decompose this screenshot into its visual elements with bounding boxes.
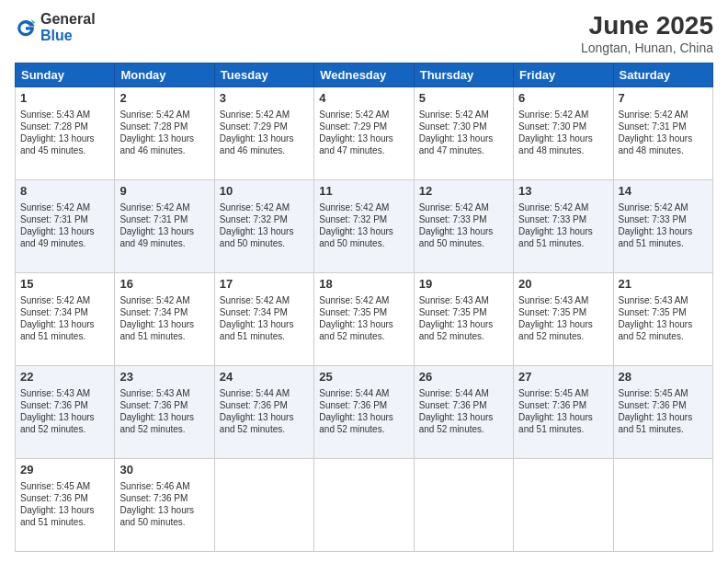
col-wednesday: Wednesday [314, 63, 414, 87]
sunrise: Sunrise: 5:42 AM [319, 109, 389, 120]
logo: General Blue [15, 11, 96, 43]
sunrise: Sunrise: 5:45 AM [518, 388, 588, 398]
daylight: Daylight: 13 hours and 47 minutes. [319, 133, 393, 155]
sunrise: Sunrise: 5:43 AM [619, 295, 688, 305]
calendar-table: Sunday Monday Tuesday Wednesday Thursday… [15, 63, 713, 552]
calendar-week-row: 8Sunrise: 5:42 AMSunset: 7:31 PMDaylight… [16, 180, 713, 273]
sunrise: Sunrise: 5:42 AM [319, 202, 389, 213]
table-row: 12Sunrise: 5:42 AMSunset: 7:33 PMDayligh… [414, 180, 513, 273]
table-row: 19Sunrise: 5:43 AMSunset: 7:35 PMDayligh… [414, 273, 513, 366]
sunrise: Sunrise: 5:45 AM [619, 388, 688, 398]
sunset: Sunset: 7:35 PM [619, 307, 687, 317]
daylight: Daylight: 13 hours and 51 minutes. [119, 319, 194, 341]
table-row: 8Sunrise: 5:42 AMSunset: 7:31 PMDaylight… [16, 180, 115, 273]
sunrise: Sunrise: 5:42 AM [119, 109, 189, 120]
sunset: Sunset: 7:36 PM [619, 400, 687, 410]
col-thursday: Thursday [414, 63, 513, 87]
sunset: Sunset: 7:30 PM [419, 121, 487, 132]
table-row: 1Sunrise: 5:43 AMSunset: 7:28 PMDaylight… [16, 87, 115, 180]
general-blue-icon [15, 17, 37, 39]
daylight: Daylight: 13 hours and 50 minutes. [319, 226, 393, 248]
table-row: 5Sunrise: 5:42 AMSunset: 7:30 PMDaylight… [414, 87, 513, 180]
day-number: 6 [518, 91, 608, 107]
sunset: Sunset: 7:36 PM [419, 400, 487, 410]
daylight: Daylight: 13 hours and 45 minutes. [20, 133, 95, 155]
day-number: 27 [518, 370, 608, 385]
day-number: 12 [419, 184, 508, 200]
sunrise: Sunrise: 5:43 AM [119, 388, 189, 398]
calendar-week-row: 29Sunrise: 5:45 AMSunset: 7:36 PMDayligh… [16, 459, 713, 552]
day-number: 25 [319, 370, 408, 385]
sunset: Sunset: 7:29 PM [220, 121, 288, 132]
daylight: Daylight: 13 hours and 49 minutes. [119, 226, 194, 248]
daylight: Daylight: 13 hours and 52 minutes. [619, 319, 693, 341]
table-row [613, 459, 712, 552]
col-sunday: Sunday [16, 63, 115, 87]
sunrise: Sunrise: 5:43 AM [419, 295, 489, 305]
calendar-week-row: 15Sunrise: 5:42 AMSunset: 7:34 PMDayligh… [16, 273, 713, 366]
day-number: 11 [319, 184, 408, 200]
calendar-title: June 2025 [581, 11, 713, 40]
sunrise: Sunrise: 5:42 AM [119, 202, 189, 213]
sunset: Sunset: 7:28 PM [20, 121, 88, 132]
daylight: Daylight: 13 hours and 47 minutes. [419, 133, 494, 155]
day-number: 2 [119, 91, 209, 107]
table-row: 10Sunrise: 5:42 AMSunset: 7:32 PMDayligh… [214, 180, 313, 273]
sunrise: Sunrise: 5:42 AM [419, 109, 489, 120]
day-number: 23 [119, 370, 209, 385]
sunset: Sunset: 7:35 PM [319, 307, 387, 317]
daylight: Daylight: 13 hours and 51 minutes. [220, 319, 294, 341]
sunset: Sunset: 7:36 PM [220, 400, 288, 410]
table-row: 18Sunrise: 5:42 AMSunset: 7:35 PMDayligh… [314, 273, 414, 366]
sunset: Sunset: 7:35 PM [518, 307, 586, 317]
sunrise: Sunrise: 5:42 AM [20, 202, 90, 213]
table-row: 25Sunrise: 5:44 AMSunset: 7:36 PMDayligh… [314, 366, 414, 459]
sunset: Sunset: 7:33 PM [619, 214, 687, 224]
day-number: 17 [220, 277, 309, 293]
day-number: 10 [220, 184, 309, 200]
sunset: Sunset: 7:32 PM [319, 214, 387, 224]
col-tuesday: Tuesday [214, 63, 313, 87]
sunset: Sunset: 7:30 PM [518, 121, 586, 132]
day-number: 24 [220, 370, 309, 385]
sunset: Sunset: 7:32 PM [220, 214, 288, 224]
sunset: Sunset: 7:33 PM [419, 214, 487, 224]
sunrise: Sunrise: 5:42 AM [20, 295, 90, 305]
table-row: 2Sunrise: 5:42 AMSunset: 7:28 PMDaylight… [115, 87, 214, 180]
table-row: 22Sunrise: 5:43 AMSunset: 7:36 PMDayligh… [16, 366, 115, 459]
day-number: 18 [319, 277, 408, 293]
calendar-week-row: 22Sunrise: 5:43 AMSunset: 7:36 PMDayligh… [16, 366, 713, 459]
page: General Blue June 2025 Longtan, Hunan, C… [0, 0, 728, 563]
sunset: Sunset: 7:36 PM [119, 493, 188, 503]
table-row: 4Sunrise: 5:42 AMSunset: 7:29 PMDaylight… [314, 87, 414, 180]
table-row: 20Sunrise: 5:43 AMSunset: 7:35 PMDayligh… [514, 273, 613, 366]
table-row: 27Sunrise: 5:45 AMSunset: 7:36 PMDayligh… [514, 366, 613, 459]
sunrise: Sunrise: 5:42 AM [319, 295, 389, 305]
day-number: 16 [119, 277, 209, 293]
calendar-week-row: 1Sunrise: 5:43 AMSunset: 7:28 PMDaylight… [16, 87, 713, 180]
daylight: Daylight: 13 hours and 52 minutes. [518, 319, 593, 341]
day-number: 20 [518, 277, 608, 293]
sunrise: Sunrise: 5:44 AM [419, 388, 489, 398]
sunrise: Sunrise: 5:42 AM [220, 109, 290, 120]
sunrise: Sunrise: 5:43 AM [20, 109, 90, 120]
day-number: 22 [20, 370, 109, 385]
title-block: June 2025 Longtan, Hunan, China [581, 11, 713, 55]
table-row: 6Sunrise: 5:42 AMSunset: 7:30 PMDaylight… [514, 87, 613, 180]
daylight: Daylight: 13 hours and 50 minutes. [119, 505, 194, 527]
table-row [514, 459, 613, 552]
daylight: Daylight: 13 hours and 51 minutes. [619, 226, 693, 248]
sunrise: Sunrise: 5:44 AM [319, 388, 389, 398]
sunrise: Sunrise: 5:42 AM [119, 295, 189, 305]
day-number: 30 [119, 463, 209, 478]
sunset: Sunset: 7:31 PM [119, 214, 188, 224]
daylight: Daylight: 13 hours and 51 minutes. [20, 319, 95, 341]
table-row: 3Sunrise: 5:42 AMSunset: 7:29 PMDaylight… [214, 87, 313, 180]
sunrise: Sunrise: 5:43 AM [20, 388, 90, 398]
daylight: Daylight: 13 hours and 48 minutes. [518, 133, 593, 155]
col-monday: Monday [115, 63, 214, 87]
table-row [314, 459, 414, 552]
sunrise: Sunrise: 5:42 AM [419, 202, 489, 213]
sunrise: Sunrise: 5:42 AM [518, 202, 588, 213]
day-number: 14 [619, 184, 708, 200]
